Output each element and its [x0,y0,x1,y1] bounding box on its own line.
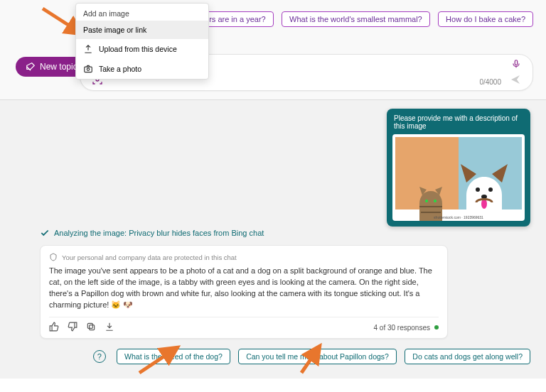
broom-icon [26,62,36,72]
dog-illustration [461,161,508,221]
assistant-message: Your personal and company data are prote… [40,245,448,339]
check-icon [40,228,50,238]
svg-point-7 [476,187,480,192]
followup-chip[interactable]: Do cats and dogs get along well? [405,349,530,364]
shield-icon [49,253,58,261]
popup-title: Add an image [76,4,208,21]
option-label: Take a photo [99,65,141,73]
response-count-text: 4 of 30 responses [374,324,431,332]
like-button[interactable] [49,322,59,334]
shield-note: Your personal and company data are prote… [49,253,439,261]
svg-rect-2 [85,67,92,72]
response-count: 4 of 30 responses [374,324,439,332]
take-photo-option[interactable]: Take a photo [76,59,208,79]
message-footer: 4 of 30 responses [49,317,439,334]
followup-chip[interactable]: What is the breed of the dog? [117,349,230,364]
svg-point-5 [425,200,428,202]
export-button[interactable] [105,322,114,334]
cat-illustration [412,175,449,221]
svg-rect-11 [90,325,95,330]
image-credit: shutterstock.com · 1923969631 [392,215,525,219]
user-message: Please provide me with a description of … [387,109,530,227]
assistant-text: The image you've sent appears to be a ph… [49,266,439,311]
camera-icon [83,64,93,74]
svg-rect-0 [515,60,518,65]
suggestion-chip[interactable]: What is the world's smallest mammal? [282,11,430,27]
followup-chip[interactable]: Can you tell me more about Papillon dogs… [238,349,397,364]
attached-image[interactable]: shutterstock.com · 1923969631 [392,134,525,221]
suggestion-chip[interactable]: How do I bake a cake? [438,11,533,27]
upload-device-option[interactable]: Upload from this device [76,39,208,59]
svg-point-8 [488,187,493,192]
svg-point-3 [87,68,90,71]
chat-area: Please provide me with a description of … [0,100,546,379]
help-icon[interactable]: ? [93,350,106,363]
status-dot-icon [434,325,439,330]
dislike-button[interactable] [68,322,77,334]
option-label: Paste image or link [83,26,146,34]
user-prompt-text: Please provide me with a description of … [392,114,525,134]
analyzing-text: Analyzing the image: Privacy blur hides … [54,229,264,237]
option-label: Upload from this device [99,45,177,53]
send-icon[interactable] [510,74,521,87]
add-image-popup: Add an image Paste image or link Upload … [75,3,209,80]
followup-row: ? What is the breed of the dog? Can you … [40,349,533,364]
char-counter: 0/4000 [479,78,501,86]
analyzing-status: Analyzing the image: Privacy blur hides … [40,228,533,238]
copy-button[interactable] [86,322,96,334]
new-topic-label: New topic [40,62,77,72]
mic-icon[interactable] [511,59,521,71]
shield-text: Your personal and company data are prote… [62,254,237,261]
compose-region: How many hours are in a year? What is th… [0,0,546,100]
svg-point-6 [434,200,437,202]
paste-image-option[interactable]: Paste image or link [76,21,208,39]
upload-icon [83,44,93,54]
svg-rect-12 [87,323,92,328]
